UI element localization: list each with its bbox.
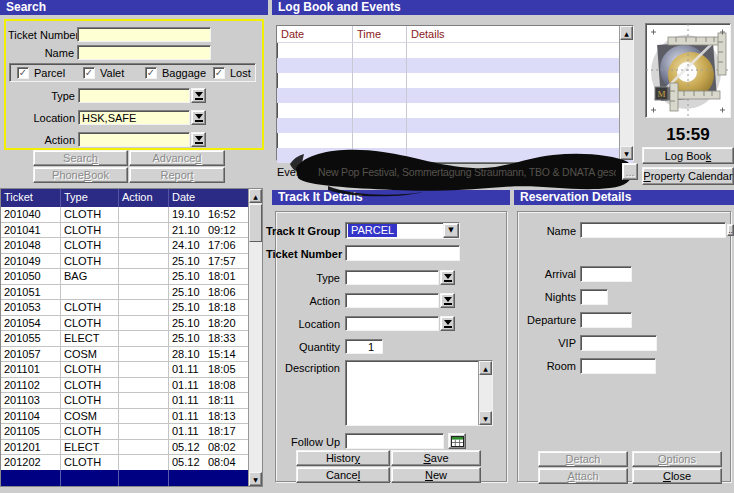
table-row[interactable]: 201054CLOTH25.1018:20 [1, 316, 262, 332]
category-checkbox-group: ✓Parcel✓Valet✓Baggage✓Lost [9, 63, 256, 82]
save-button[interactable]: Save [391, 450, 481, 466]
type-select[interactable] [78, 88, 190, 103]
checkbox-icon: ✓ [145, 67, 157, 79]
table-row[interactable]: 201201ELECT05.1208:02 [1, 440, 262, 456]
calendar-icon [451, 436, 464, 447]
svg-text:M: M [657, 89, 665, 99]
ticket-number-input[interactable] [77, 27, 211, 42]
table-row[interactable]: 201053CLOTH25.1018:18 [1, 300, 262, 316]
table-row[interactable]: 201202CLOTH05.1208:04 [1, 455, 262, 471]
logbook-row [277, 133, 633, 148]
baggage-checkbox[interactable]: ✓Baggage [145, 67, 206, 79]
table-row[interactable]: 201102CLOTH01.1118:08 [1, 378, 262, 394]
selected-row[interactable] [1, 470, 250, 486]
type-dropdown-button[interactable] [191, 88, 206, 103]
table-row[interactable]: 201057COSM28.1015:14 [1, 347, 262, 363]
column-header-details[interactable]: Details [407, 26, 633, 42]
table-row[interactable]: 201048CLOTH24.1017:06 [1, 238, 262, 254]
options-button[interactable]: Options [632, 451, 722, 467]
scroll-up-icon[interactable]: ▲ [249, 189, 262, 203]
table-row[interactable]: 201101CLOTH01.1118:05 [1, 362, 262, 378]
action-dropdown-button[interactable] [191, 132, 206, 147]
name-input[interactable] [77, 45, 211, 60]
advanced-button[interactable]: Advanced [129, 150, 225, 166]
column-header-ticket[interactable]: Ticket [1, 189, 61, 207]
table-row[interactable]: 201041CLOTH21.1009:12 [1, 223, 262, 239]
lost-checkbox[interactable]: ✓Lost [213, 67, 251, 79]
history-button[interactable]: History [296, 450, 390, 466]
new-button[interactable]: New [391, 467, 481, 483]
scroll-down-icon[interactable]: ▼ [249, 472, 262, 486]
table-row[interactable]: 20105125.1018:06 [1, 285, 262, 301]
column-header-date[interactable]: Date [169, 189, 250, 207]
phone-book-button[interactable]: Phone Book [33, 167, 128, 183]
trackit-quantity-input[interactable] [345, 339, 383, 354]
trackit-description-textarea[interactable]: ▲ ▼ [345, 360, 493, 426]
parcel-checkbox[interactable]: ✓Parcel [17, 67, 65, 79]
attach-button[interactable]: Attach [538, 468, 628, 484]
reservation-nights-input[interactable] [580, 289, 608, 305]
description-scrollbar[interactable]: ▲ ▼ [478, 361, 492, 425]
reservation-vip-label: VIP [520, 337, 576, 350]
scroll-up-icon[interactable]: ▲ [479, 361, 492, 375]
column-header-type[interactable]: Type [61, 189, 119, 207]
logbook-row [277, 73, 633, 88]
close-button[interactable]: Close [632, 468, 722, 484]
checkbox-icon: ✓ [213, 67, 225, 79]
trackit-location-dropdown-button[interactable] [440, 316, 455, 331]
reservation-panel-titlebar: Reservation Details [514, 190, 734, 205]
location-dropdown-button[interactable] [191, 110, 206, 125]
logbook-row [277, 58, 633, 73]
trackit-location-select[interactable] [345, 316, 439, 331]
trackit-group-dropdown-button[interactable]: ▼ [443, 223, 459, 238]
clock-display: 15:59 [645, 125, 731, 145]
scroll-down-icon[interactable]: ▼ [479, 411, 492, 425]
trackit-type-select[interactable] [345, 270, 439, 285]
log-book-button[interactable]: Log Book [642, 147, 734, 164]
trackit-action-dropdown-button[interactable] [440, 293, 455, 308]
property-calendar-button[interactable]: Property Calendar [642, 167, 734, 185]
table-row[interactable]: 201049CLOTH25.1017:57 [1, 254, 262, 270]
action-select[interactable] [78, 132, 190, 147]
reservation-name-input[interactable] [580, 222, 726, 238]
events-more-button[interactable]: ... [622, 163, 638, 180]
search-button[interactable]: Search [33, 150, 128, 166]
logbook-row [277, 88, 633, 103]
reservation-arrival-input[interactable] [580, 266, 632, 282]
detach-button[interactable]: Detach [538, 451, 628, 467]
followup-calendar-button[interactable] [448, 433, 466, 449]
trackit-action-select[interactable] [345, 293, 439, 308]
table-row[interactable]: 201104COSM01.1118:13 [1, 409, 262, 425]
scrollbar-thumb[interactable] [249, 204, 262, 242]
reservation-room-input[interactable] [580, 358, 656, 374]
scroll-up-icon[interactable]: ▲ [620, 26, 633, 40]
column-header-date[interactable]: Date [277, 26, 353, 42]
valet-checkbox[interactable]: ✓Valet [83, 67, 124, 79]
table-row[interactable]: 201050BAG25.1018:01 [1, 269, 262, 285]
trackit-group-combobox[interactable]: PARCEL ▼ [345, 222, 460, 239]
table-row[interactable]: 201103CLOTH01.1118:11 [1, 393, 262, 409]
logbook-table-body [277, 43, 633, 163]
reservation-name-lookup-button[interactable]: .. [727, 224, 734, 236]
trackit-ticket-input[interactable] [345, 245, 460, 261]
column-header-time[interactable]: Time [353, 26, 407, 42]
trackit-description-label: Description [266, 362, 340, 375]
table-row[interactable]: 201040CLOTH19.1016:52 [1, 207, 262, 223]
trackit-followup-input[interactable] [345, 433, 444, 449]
cancel-button[interactable]: Cancel [296, 467, 390, 483]
reservation-departure-input[interactable] [580, 312, 632, 328]
dropdown-arrow-icon [444, 297, 452, 302]
events-text: New Pop Festival, Sommertagung Straumann… [318, 166, 616, 178]
trackit-panel-title: Track It Details [278, 190, 363, 204]
reservation-vip-input[interactable] [580, 335, 657, 351]
column-header-action[interactable]: Action [119, 189, 169, 207]
location-select[interactable] [78, 110, 190, 125]
logbook-scrollbar[interactable]: ▲ ▼ [619, 26, 633, 160]
table-row[interactable]: 201105CLOTH01.1118:17 [1, 424, 262, 440]
trackit-type-dropdown-button[interactable] [440, 270, 455, 285]
table-row[interactable]: 201055ELECT25.1018:33 [1, 331, 262, 347]
scroll-down-icon[interactable]: ▼ [620, 146, 633, 160]
results-scrollbar[interactable]: ▲ ▼ [248, 189, 262, 486]
report-button[interactable]: Report [129, 167, 225, 183]
type-label: Type [8, 90, 75, 103]
